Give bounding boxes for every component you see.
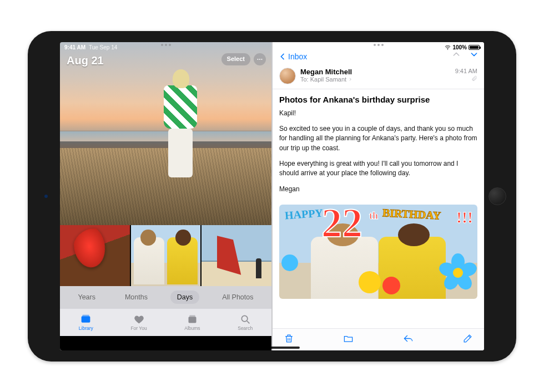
- tab-library[interactable]: Library: [79, 313, 93, 331]
- svg-point-9: [447, 49, 448, 49]
- albums-icon: [187, 313, 198, 325]
- search-icon: [239, 313, 251, 325]
- mail-app-pane: 100% Inbox Megan Mitchell To:: [273, 42, 484, 350]
- overlay-number: 22: [321, 207, 362, 240]
- select-button[interactable]: Select: [221, 53, 250, 65]
- hero-photo-subject: [155, 71, 206, 187]
- more-button[interactable]: [254, 53, 266, 65]
- trash-button[interactable]: [284, 333, 294, 346]
- thumbnail-3[interactable]: [202, 225, 271, 286]
- attachment-image[interactable]: HAPPY 22 th BIRTHDAY !!!: [279, 205, 477, 299]
- sender-avatar[interactable]: [279, 68, 296, 84]
- svg-rect-3: [82, 316, 90, 322]
- overlay-th: th: [369, 210, 378, 222]
- chevron-right-icon: [348, 77, 352, 82]
- svg-point-7: [242, 315, 248, 322]
- library-icon: [80, 313, 92, 325]
- svg-line-8: [247, 321, 249, 323]
- message-header: Megan Mitchell To: Kapil Samant 9:41 AM: [273, 63, 484, 89]
- attachment-icon: [471, 75, 477, 82]
- photo-thumbnails-row: [60, 225, 271, 286]
- reply-button[interactable]: [403, 333, 414, 346]
- reply-icon: [403, 333, 414, 344]
- recipient-row[interactable]: To: Kapil Samant: [300, 76, 451, 83]
- message-body: Kapil! So excited to see you in a couple…: [273, 106, 484, 205]
- home-button[interactable]: [488, 187, 506, 205]
- prev-message-button[interactable]: [452, 50, 461, 61]
- hero-photo[interactable]: Aug 21 Select: [60, 42, 271, 225]
- segment-years[interactable]: Years: [71, 291, 102, 304]
- tab-foryou[interactable]: For You: [130, 313, 147, 331]
- compose-button[interactable]: [462, 333, 473, 346]
- compose-icon: [462, 333, 473, 344]
- chevron-up-icon: [452, 50, 461, 59]
- body-signoff: Megan: [279, 185, 477, 194]
- overlay-birthday: BIRTHDAY: [382, 206, 441, 222]
- segment-months[interactable]: Months: [118, 291, 154, 304]
- next-message-button[interactable]: [470, 50, 478, 61]
- back-to-inbox[interactable]: Inbox: [278, 52, 307, 61]
- message-time: 9:41 AM: [455, 68, 477, 74]
- message-subject: Photos for Ankana's birthday surprise: [273, 89, 484, 106]
- svg-rect-5: [188, 317, 196, 323]
- tab-search[interactable]: Search: [238, 313, 253, 331]
- recipient-name: Kapil Samant: [310, 76, 346, 83]
- ellipsis-icon: [256, 56, 263, 63]
- svg-point-1: [259, 59, 260, 60]
- chevron-down-icon: [470, 50, 478, 59]
- wifi-icon: [445, 44, 451, 50]
- folder-icon: [343, 333, 354, 344]
- home-indicator[interactable]: [244, 347, 300, 349]
- body-paragraph-1: So excited to see you in a couple of day…: [279, 124, 477, 153]
- thumbnail-1[interactable]: [60, 225, 130, 286]
- front-camera: [44, 195, 48, 198]
- status-time: 9:41 AM: [64, 44, 85, 50]
- body-paragraph-2: Hope everything is great with you! I'll …: [279, 159, 477, 179]
- battery-percent: 100%: [452, 44, 467, 50]
- overlay-exclaim: !!!: [456, 208, 473, 227]
- mail-toolbar: [273, 328, 484, 350]
- multitask-pill-left[interactable]: [161, 44, 171, 46]
- chevron-left-icon: [278, 52, 287, 61]
- move-button[interactable]: [343, 333, 354, 346]
- hero-date-title: Aug 21: [67, 54, 104, 67]
- thumbnail-2[interactable]: [131, 225, 201, 286]
- svg-point-2: [261, 59, 263, 60]
- svg-rect-6: [189, 315, 195, 317]
- multitask-pill-right[interactable]: [374, 44, 384, 46]
- battery-icon: [469, 45, 480, 50]
- trash-icon: [284, 333, 294, 344]
- body-greeting: Kapil!: [279, 109, 477, 118]
- photos-tab-bar: Library For You Albums Search: [60, 308, 271, 336]
- segment-days[interactable]: Days: [170, 291, 199, 304]
- overlay-happy: HAPPY: [284, 207, 323, 222]
- svg-rect-4: [83, 315, 89, 317]
- status-bar-left: 9:41 AM Tue Sep 14: [64, 44, 117, 50]
- segment-allphotos[interactable]: All Photos: [215, 291, 260, 304]
- foryou-icon: [133, 313, 145, 325]
- screen: 9:41 AM Tue Sep 14 Aug 21 Select: [60, 42, 484, 350]
- svg-point-0: [258, 59, 259, 60]
- tab-albums[interactable]: Albums: [184, 313, 200, 331]
- sender-name[interactable]: Megan Mitchell: [300, 68, 451, 76]
- status-bar-right: 100%: [445, 44, 480, 50]
- flower-sticker: [441, 256, 475, 290]
- view-segment-control[interactable]: Years Months Days All Photos: [60, 286, 271, 308]
- photos-app-pane: 9:41 AM Tue Sep 14 Aug 21 Select: [60, 42, 271, 350]
- status-date: Tue Sep 14: [89, 44, 117, 50]
- ipad-device-frame: 9:41 AM Tue Sep 14 Aug 21 Select: [28, 31, 516, 362]
